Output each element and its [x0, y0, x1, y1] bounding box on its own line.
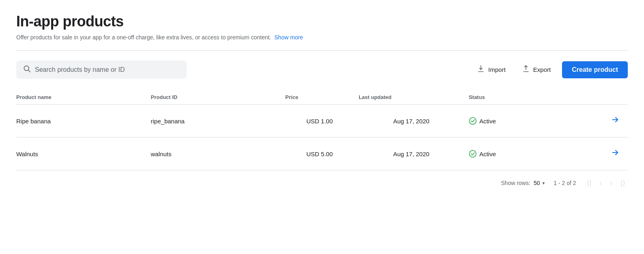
- status-badge-0: Active: [469, 117, 562, 125]
- cell-name-0: Ripe banana: [16, 105, 151, 138]
- import-button[interactable]: Import: [472, 61, 510, 78]
- row-navigate-button-0[interactable]: [607, 114, 623, 128]
- table-row: Ripe banana ripe_banana USD 1.00 Aug 17,…: [16, 105, 628, 138]
- products-table: Product name Product ID Price Last updat…: [16, 90, 628, 170]
- svg-point-3: [470, 151, 476, 157]
- cell-action-1: [566, 138, 628, 170]
- cell-action-0: [566, 105, 628, 138]
- page-info: 1 - 2 of 2: [554, 180, 576, 186]
- first-page-button[interactable]: ⟨|: [584, 177, 594, 189]
- toolbar: Import Export Create product: [16, 60, 628, 79]
- col-header-action: [566, 90, 628, 105]
- status-badge-1: Active: [469, 150, 562, 158]
- prev-page-button[interactable]: ‹: [597, 177, 604, 189]
- import-label: Import: [488, 66, 506, 73]
- page-subtitle: Offer products for sale in your app for …: [16, 34, 628, 41]
- rows-dropdown-icon: ▼: [541, 181, 545, 185]
- cell-id-1: walnuts: [151, 138, 286, 170]
- next-page-button[interactable]: ›: [607, 177, 615, 189]
- rows-count: 50: [534, 180, 540, 186]
- status-label-1: Active: [479, 151, 496, 157]
- page-title: In-app products: [16, 13, 628, 30]
- import-icon: [477, 65, 485, 75]
- rows-per-page-select[interactable]: 50 ▼: [534, 180, 545, 186]
- cell-price-1: USD 5.00: [285, 138, 359, 170]
- cell-updated-0: Aug 17, 2020: [359, 105, 469, 138]
- status-label-0: Active: [479, 118, 496, 125]
- show-more-link[interactable]: Show more: [274, 34, 303, 41]
- table-row: Walnuts walnuts USD 5.00 Aug 17, 2020 Ac…: [16, 138, 628, 170]
- last-page-button[interactable]: |⟩: [618, 177, 628, 189]
- create-product-button[interactable]: Create product: [562, 61, 628, 78]
- search-box: [16, 60, 187, 79]
- cell-status-0: Active: [469, 105, 566, 138]
- table-header: Product name Product ID Price Last updat…: [16, 90, 628, 105]
- cell-name-1: Walnuts: [16, 138, 151, 170]
- cell-id-0: ripe_banana: [151, 105, 286, 138]
- cell-updated-1: Aug 17, 2020: [359, 138, 469, 170]
- active-icon-1: [469, 150, 477, 158]
- search-icon: [23, 65, 31, 75]
- col-header-status: Status: [469, 90, 566, 105]
- search-input[interactable]: [35, 66, 180, 73]
- export-label: Export: [533, 66, 551, 73]
- show-rows-label: Show rows:: [501, 180, 530, 186]
- svg-point-2: [470, 118, 476, 125]
- col-header-id: Product ID: [151, 90, 286, 105]
- page-container: In-app products Offer products for sale …: [0, 0, 644, 202]
- col-header-name: Product name: [16, 90, 151, 105]
- col-header-price: Price: [285, 90, 359, 105]
- svg-line-1: [28, 70, 30, 72]
- cell-status-1: Active: [469, 138, 566, 170]
- pagination-bar: Show rows: 50 ▼ 1 - 2 of 2 ⟨| ‹ › |⟩: [16, 170, 628, 192]
- col-header-updated: Last updated: [359, 90, 469, 105]
- export-icon: [522, 65, 530, 75]
- section-divider: [16, 50, 628, 51]
- table-body: Ripe banana ripe_banana USD 1.00 Aug 17,…: [16, 105, 628, 170]
- row-navigate-button-1[interactable]: [607, 146, 623, 161]
- export-button[interactable]: Export: [517, 61, 556, 78]
- active-icon-0: [469, 117, 477, 125]
- cell-price-0: USD 1.00: [285, 105, 359, 138]
